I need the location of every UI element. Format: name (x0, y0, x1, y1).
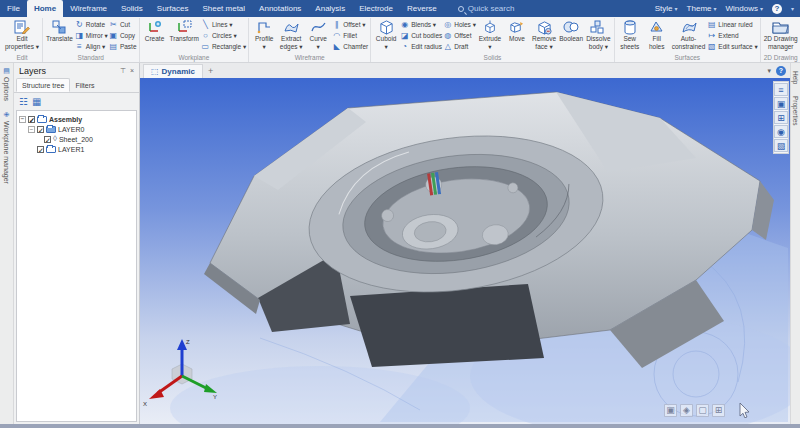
properties-side-tab[interactable]: Properties (792, 96, 799, 126)
windows-menu[interactable]: Windows ▾ (726, 4, 763, 13)
ribbon-tab-reverse[interactable]: Reverse (400, 0, 444, 17)
ribbon-tab-annotations[interactable]: Annotations (252, 0, 308, 17)
holes-button[interactable]: ◎Holes ▾ (443, 19, 476, 30)
render-mode-icon[interactable]: ◉ (774, 125, 788, 138)
tab-dynamic[interactable]: ⬚ Dynamic (143, 64, 203, 78)
checkbox-checked[interactable]: ✓ (37, 146, 44, 153)
chevron-down-icon[interactable]: ▾ (791, 5, 794, 12)
extend-button[interactable]: ↦Extend (707, 30, 757, 41)
boolean-button[interactable]: Boolean (558, 18, 584, 43)
ribbon-tab-sheet-metal[interactable]: Sheet metal (195, 0, 252, 17)
2d-drawing-manager-button[interactable]: 2D Drawing manager (763, 18, 799, 51)
checkbox-checked[interactable]: ✓ (28, 116, 35, 123)
extrude-button[interactable]: Extrude ▾ (477, 18, 503, 51)
shaded-view-icon[interactable]: ▣ (664, 404, 677, 417)
tree-item-assembly[interactable]: − ✓ Assembly (19, 114, 136, 124)
mirror-button[interactable]: ◨Mirror ▾ (75, 30, 108, 41)
offset-button[interactable]: ∥Offset ▾ (332, 19, 368, 30)
lines-button[interactable]: ╲Lines ▾ (201, 19, 246, 30)
linear-ruled-button[interactable]: ▤Linear ruled (707, 19, 757, 30)
3d-scene[interactable]: Z X Y (140, 78, 790, 424)
wireframe-view-icon[interactable]: ▢ (696, 404, 709, 417)
edit-radius-button[interactable]: ◔Edit radius (400, 41, 442, 52)
draft-button[interactable]: △Draft (443, 41, 476, 52)
close-icon[interactable]: × (128, 67, 136, 74)
paste-button[interactable]: ▤Paste (109, 41, 137, 52)
checkbox-checked[interactable]: ✓ (44, 136, 51, 143)
tab-structure-tree[interactable]: Structure tree (16, 78, 70, 92)
tab-filters[interactable]: Filters (70, 78, 99, 92)
perspective-view-icon[interactable]: ◈ (680, 404, 693, 417)
ribbon-tab-analysis[interactable]: Analysis (308, 0, 352, 17)
fillet-button[interactable]: ◠Fillet (332, 30, 368, 41)
menu-icon[interactable]: ≡ (774, 83, 788, 96)
dissolve-body-icon (590, 19, 606, 35)
style-menu[interactable]: Style ▾ (655, 4, 678, 13)
new-tab-button[interactable]: + (203, 66, 218, 76)
ribbon-tab-electrode[interactable]: Electrode (352, 0, 400, 17)
ribbon-tab-surfaces[interactable]: Surfaces (150, 0, 196, 17)
auto-constrained-button[interactable]: Auto- constrained (671, 18, 707, 51)
circles-button[interactable]: ○Circles ▾ (201, 30, 246, 41)
workplane-manager-side-tab[interactable]: ✙ Workplane manager (3, 111, 10, 184)
3d-viewport[interactable]: Z X Y ≡ ▣ ⊞ ◉ ▧ ▣ ◈ ▢ ⊞ (140, 78, 790, 424)
align-button[interactable]: ≡Align ▾ (75, 41, 108, 52)
options-side-tab[interactable]: ▤ Options (3, 67, 10, 101)
profile-button[interactable]: Profile ▾ (251, 18, 277, 51)
multi-view-icon[interactable]: ⊞ (712, 404, 725, 417)
collapse-icon[interactable]: − (19, 116, 26, 123)
cursor-arrow-icon (738, 402, 752, 418)
curve-button[interactable]: Curve ▾ (305, 18, 331, 51)
cuboid-button[interactable]: Cuboid ▾ (373, 18, 399, 51)
cut-bodies-button[interactable]: ◪Cut bodies (400, 30, 442, 41)
extract-edges-button[interactable]: Extract edges ▾ (278, 18, 304, 51)
cut-button[interactable]: ✂Cut (109, 19, 137, 30)
grid-view-icon[interactable]: ⊞ (774, 111, 788, 124)
view-cube-icon[interactable]: ▧ (774, 139, 788, 152)
blends-button[interactable]: ◉Blends ▾ (400, 19, 442, 30)
boolean-icon (563, 19, 579, 35)
tree-item-sheet-200[interactable]: ✓ ◊ Sheet_200 (19, 134, 136, 144)
quick-search-input[interactable]: Quick search (458, 0, 515, 17)
layers-panel: Layers ⊤ × Structure tree Filters ☷ ▦ − … (14, 63, 140, 424)
create-workplane-button[interactable]: Create (142, 18, 168, 43)
rotate-button[interactable]: ↻Rotate (75, 19, 108, 30)
edit-surface-icon: ▧ (707, 42, 716, 51)
tree-item-layer1[interactable]: ✓ LAYER1 (19, 144, 136, 154)
checkbox-checked[interactable]: ✓ (37, 126, 44, 133)
transform-workplane-button[interactable]: Transform (169, 18, 200, 43)
ribbon-tab-file[interactable]: File (0, 0, 27, 17)
tree-item-layer0[interactable]: − ✓ LAYER0 (19, 124, 136, 134)
sheet-icon: ◊ (53, 135, 57, 143)
ribbon-tab-home[interactable]: Home (27, 0, 63, 17)
rectangle-button[interactable]: ▭Rectangle ▾ (201, 41, 246, 52)
remove-face-button[interactable]: Remove face ▾ (531, 18, 557, 51)
offset-icon: ∥ (332, 20, 341, 29)
help-icon[interactable]: ? (776, 66, 786, 76)
collapse-icon[interactable]: − (28, 126, 35, 133)
edit-surface-button[interactable]: ▧Edit surface ▾ (707, 41, 757, 52)
pin-icon[interactable]: ⊤ (118, 67, 128, 75)
theme-menu[interactable]: Theme ▾ (687, 4, 717, 13)
help-icon[interactable]: ? (772, 4, 782, 14)
offset-solid-button[interactable]: ◍Offset (443, 30, 476, 41)
cuboid-icon (379, 19, 394, 35)
ribbon-tab-wireframe[interactable]: Wireframe (63, 0, 114, 17)
remove-face-icon (537, 19, 552, 35)
panel-toggle-icon[interactable]: ▣ (774, 97, 788, 110)
chamfer-button[interactable]: ◣Chamfer (332, 41, 368, 52)
save-layers-icon[interactable]: ▦ (32, 97, 41, 107)
rotate-icon: ↻ (75, 20, 84, 29)
edit-properties-button[interactable]: Edit properties ▾ (4, 18, 40, 51)
translate-button[interactable]: Translate (45, 18, 74, 43)
copy-button[interactable]: ▣Copy (109, 30, 137, 41)
move-face-button[interactable]: Move (504, 18, 530, 43)
layer-states-icon[interactable]: ☷ (19, 97, 28, 107)
sew-sheets-button[interactable]: Sew sheets (617, 18, 643, 51)
ribbon-collapse-icon[interactable]: ▾ (767, 67, 771, 75)
dissolve-body-button[interactable]: Dissolve body ▾ (585, 18, 612, 51)
fill-holes-button[interactable]: Fill holes (644, 18, 670, 51)
titlebar: File Home Wireframe Solids Surfaces Shee… (0, 0, 800, 17)
ribbon-tab-solids[interactable]: Solids (114, 0, 150, 17)
help-side-tab[interactable]: Help (792, 71, 799, 84)
